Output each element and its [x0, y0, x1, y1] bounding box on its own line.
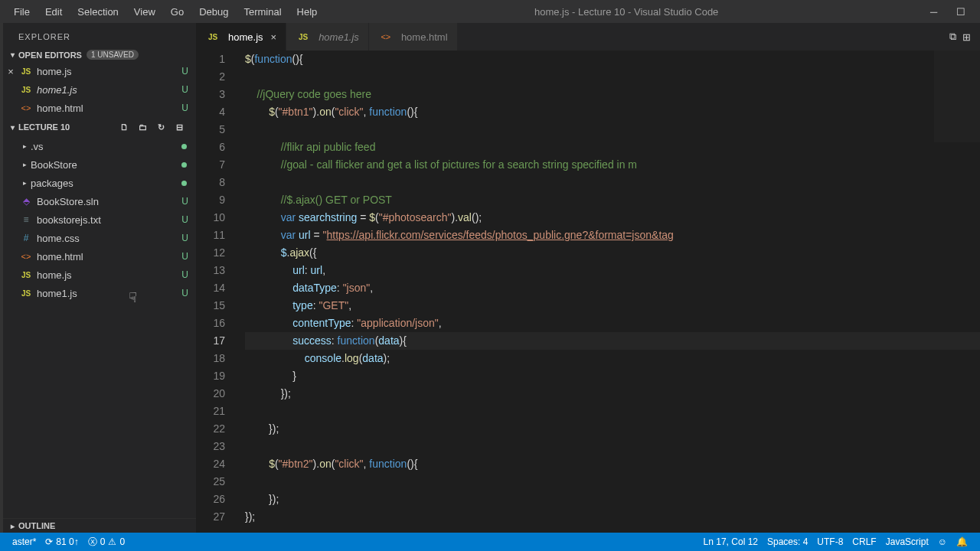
- folder-item[interactable]: ▸packages: [3, 174, 196, 192]
- js-icon: JS: [18, 67, 34, 76]
- file-label: home.js: [37, 269, 196, 281]
- more-icon[interactable]: ⊞: [962, 31, 971, 43]
- chevron-right-icon: ▸: [18, 161, 31, 168]
- tab-home1-js[interactable]: JS home1.js: [286, 23, 369, 51]
- status-badge: U: [181, 233, 188, 243]
- errors-count[interactable]: ⓧ 0 ⚠ 0: [83, 536, 129, 549]
- file-item[interactable]: JShome.jsU: [3, 266, 196, 284]
- tab-home-js[interactable]: JS home.js ×: [196, 23, 286, 51]
- split-editor-icon[interactable]: ⧉: [949, 31, 956, 43]
- indent-setting[interactable]: Spaces: 4: [763, 536, 812, 547]
- tab-label: home.html: [401, 31, 448, 43]
- menu-go[interactable]: Go: [163, 0, 191, 23]
- status-badge: U: [181, 288, 188, 298]
- git-dot-icon: [181, 181, 187, 186]
- code-content[interactable]: $(function(){ //jQuery code goes here $(…: [239, 51, 980, 533]
- close-icon[interactable]: ×: [5, 66, 17, 77]
- menu-edit[interactable]: Edit: [38, 0, 70, 23]
- menu-file[interactable]: File: [6, 0, 38, 23]
- notifications-icon[interactable]: 🔔: [952, 536, 972, 547]
- unsaved-badge: 1 UNSAVED: [87, 50, 139, 60]
- minimize-icon[interactable]: ─: [928, 6, 939, 18]
- folder-label: .vs: [31, 141, 196, 152]
- status-badge: U: [181, 196, 188, 207]
- minimap[interactable]: [934, 51, 980, 142]
- tab-home-html[interactable]: <> home.html: [369, 23, 458, 51]
- new-file-icon[interactable]: 🗋: [116, 119, 132, 135]
- menubar: File Edit Selection View Go Debug Termin…: [0, 0, 980, 23]
- chevron-right-icon: ▸: [18, 179, 31, 187]
- open-editors-header[interactable]: ▾ OPEN EDITORS 1 UNSAVED: [3, 47, 196, 62]
- close-icon[interactable]: ×: [271, 31, 277, 43]
- file-item[interactable]: #home.cssU: [3, 229, 196, 247]
- file-item[interactable]: ≡bookstorejs.txtU: [3, 210, 196, 229]
- open-editor-item[interactable]: × JS home.js U: [3, 62, 196, 80]
- project-header[interactable]: ▾ LECTURE 10 🗋 🗀 ↻ ⊟: [3, 117, 196, 137]
- html-icon: <>: [378, 32, 394, 41]
- sidebar-title: EXPLORER: [3, 23, 196, 47]
- sync-status[interactable]: ⟳ 81 0↑: [41, 536, 83, 547]
- js-icon: JS: [18, 289, 34, 298]
- outline-label: OUTLINE: [18, 521, 55, 530]
- chevron-down-icon: ▾: [6, 123, 18, 132]
- file-label: home.css: [37, 233, 196, 244]
- sidebar: EXPLORER ▾ OPEN EDITORS 1 UNSAVED × JS h…: [3, 23, 196, 533]
- menu-terminal[interactable]: Terminal: [236, 0, 289, 23]
- window-title: home.js - Lecture 10 - Visual Studio Cod…: [325, 6, 928, 18]
- new-folder-icon[interactable]: 🗀: [135, 119, 150, 135]
- menu-debug[interactable]: Debug: [191, 0, 236, 23]
- cursor-position[interactable]: Ln 17, Col 12: [699, 536, 763, 547]
- status-badge: U: [181, 66, 188, 77]
- file-item[interactable]: ⬘BookStore.slnU: [3, 192, 196, 210]
- status-badge: U: [181, 103, 188, 113]
- git-dot-icon: [181, 162, 187, 168]
- js-icon: JS: [205, 33, 220, 41]
- menu-help[interactable]: Help: [289, 0, 325, 23]
- status-badge: U: [181, 84, 188, 95]
- txt-icon: ≡: [18, 214, 34, 225]
- chevron-right-icon: ▸: [18, 142, 31, 150]
- line-gutter: 1234567891011121314151617181920212223242…: [196, 51, 239, 533]
- open-editors-label: OPEN EDITORS: [18, 51, 82, 60]
- file-label: home1.js: [37, 84, 196, 96]
- open-editor-item[interactable]: JS home1.js U: [3, 80, 196, 99]
- tab-label: home1.js: [318, 31, 359, 43]
- file-item[interactable]: <>home.htmlU: [3, 247, 196, 266]
- sln-icon: ⬘: [18, 196, 34, 207]
- open-editor-item[interactable]: <> home.html U: [3, 99, 196, 117]
- code-editor[interactable]: 1234567891011121314151617181920212223242…: [196, 51, 980, 533]
- folder-label: BookStore: [31, 159, 196, 171]
- maximize-icon[interactable]: ☐: [955, 6, 966, 18]
- collapse-icon[interactable]: ⊟: [172, 119, 187, 135]
- status-badge: U: [181, 269, 188, 280]
- folder-item[interactable]: ▸BookStore: [3, 155, 196, 174]
- language-mode[interactable]: JavaScript: [881, 536, 933, 547]
- eol[interactable]: CRLF: [848, 536, 880, 547]
- feedback-icon[interactable]: ☺: [933, 536, 952, 547]
- js-icon: JS: [18, 86, 34, 94]
- file-label: home1.js: [37, 288, 196, 299]
- encoding[interactable]: UTF-8: [812, 536, 848, 547]
- tab-bar: JS home.js × JS home1.js <> home.html ⧉ …: [196, 23, 980, 51]
- refresh-icon[interactable]: ↻: [153, 119, 168, 135]
- status-badge: U: [181, 214, 188, 225]
- html-icon: <>: [18, 252, 34, 261]
- statusbar: aster* ⟳ 81 0↑ ⓧ 0 ⚠ 0 Ln 17, Col 12 Spa…: [0, 533, 980, 551]
- folder-item[interactable]: ▸.vs: [3, 137, 196, 155]
- menu-selection[interactable]: Selection: [70, 0, 126, 23]
- status-badge: U: [181, 251, 188, 262]
- file-label: BookStore.sln: [37, 196, 196, 207]
- git-dot-icon: [181, 144, 187, 149]
- git-branch[interactable]: aster*: [8, 536, 41, 547]
- project-label: LECTURE 10: [18, 122, 70, 132]
- menu-view[interactable]: View: [126, 0, 163, 23]
- css-icon: #: [18, 233, 34, 243]
- html-icon: <>: [18, 103, 34, 112]
- file-label: home.html: [37, 251, 196, 262]
- chevron-down-icon: ▾: [6, 51, 18, 59]
- file-item[interactable]: JShome1.jsU: [3, 284, 196, 302]
- js-icon: JS: [18, 271, 34, 279]
- folder-label: packages: [31, 178, 196, 189]
- js-icon: JS: [296, 33, 311, 41]
- outline-header[interactable]: ▸ OUTLINE: [3, 518, 196, 533]
